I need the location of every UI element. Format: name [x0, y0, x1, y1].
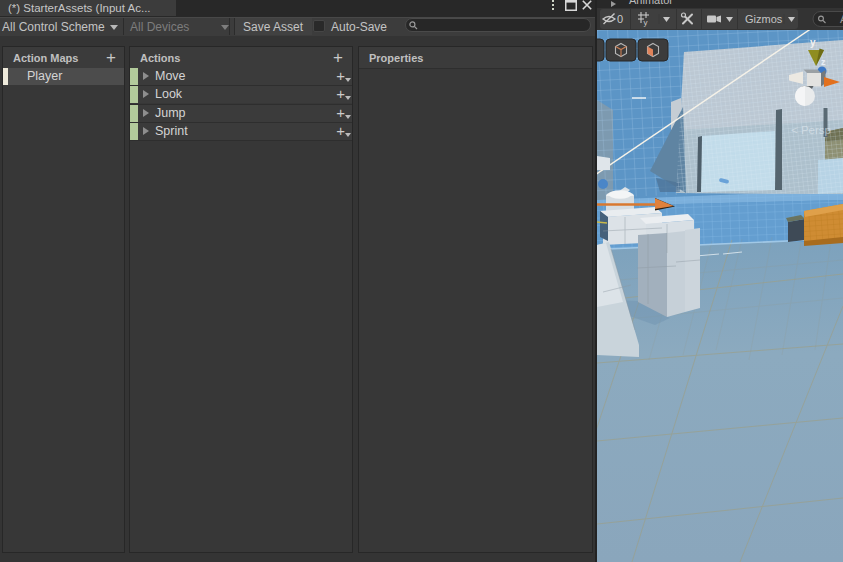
- svg-text:< Persp: < Persp: [791, 124, 831, 136]
- svg-text:z: z: [821, 57, 826, 67]
- svg-text:y: y: [644, 18, 648, 27]
- svg-text:y: y: [810, 37, 816, 48]
- svg-text:Gizmos: Gizmos: [745, 13, 783, 25]
- svg-text:0: 0: [617, 13, 623, 25]
